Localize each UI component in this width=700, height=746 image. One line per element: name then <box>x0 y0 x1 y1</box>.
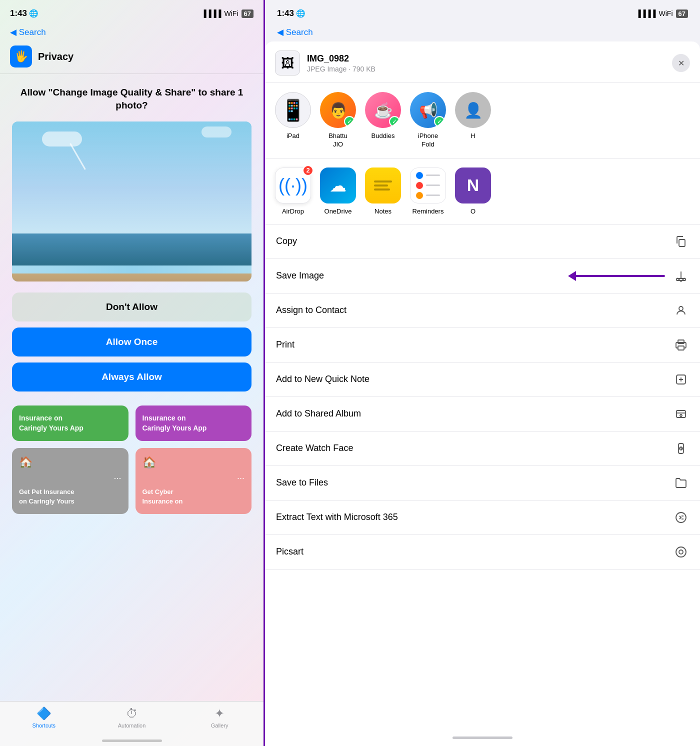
svg-point-7 <box>680 414 682 416</box>
contact-bhattu[interactable]: 👨 ✓ BhattuJIO <box>320 92 356 149</box>
contact-iphonefold[interactable]: 📢 ✓ iPhoneFold <box>410 92 446 149</box>
menu-item-picsart[interactable]: Picsart <box>265 535 700 570</box>
menu-item-copy[interactable]: Copy <box>265 224 700 259</box>
menu-label-shared-album: Add to Shared Album <box>276 408 673 419</box>
menu-item-shared-album[interactable]: Add to Shared Album <box>265 397 700 432</box>
app-purple[interactable]: N O <box>455 168 491 215</box>
ad-cards-row1: Insurance onCaringly Yours App Insurance… <box>0 398 264 441</box>
purple-icon: N <box>467 176 480 195</box>
privacy-header: 🖐 Privacy <box>0 42 264 74</box>
app-notes[interactable]: Notes <box>365 168 401 215</box>
photo-preview <box>12 122 252 282</box>
close-icon: ✕ <box>678 58 684 68</box>
status-bar-right: 1:43 🌐 ▐▐▐▐ WiFi 67 <box>265 0 700 25</box>
app-airdrop[interactable]: ((·)) 2 AirDrop <box>275 168 311 215</box>
menu-item-extract-text[interactable]: Extract Text with Microsoft 365 <box>265 500 700 535</box>
contact-avatar-bhattu: 👨 ✓ <box>320 92 356 128</box>
wifi-icon-left: WiFi <box>224 10 238 18</box>
app-ondrive[interactable]: ☁ OneDrive <box>320 168 356 215</box>
contact-avatar-ipad: 📱 <box>275 92 311 128</box>
menu-list: Copy Save Image <box>265 224 700 729</box>
picsart-icon <box>673 544 689 560</box>
nav-automation[interactable]: ⏱ Automation <box>88 706 176 728</box>
close-button[interactable]: ✕ <box>672 54 690 72</box>
contact-ipad[interactable]: 📱 iPad <box>275 92 311 149</box>
ondrive-icon-wrap: ☁ <box>320 168 356 204</box>
dont-allow-button[interactable]: Don't Allow <box>12 292 252 322</box>
menu-item-quick-note[interactable]: Add to New Quick Note <box>265 362 700 397</box>
contact-name-ipad: iPad <box>286 132 300 140</box>
always-allow-button[interactable]: Always Allow <box>12 362 252 392</box>
reminders-label: Reminders <box>412 208 444 215</box>
contacts-row: 📱 iPad 👨 ✓ BhattuJIO ☕ ✓ Buddies <box>265 83 700 158</box>
share-sheet: 🖼 IMG_0982 JPEG Image · 790 KB ✕ 📱 iPad <box>265 42 700 746</box>
menu-label-copy: Copy <box>276 236 673 246</box>
menu-item-print[interactable]: Print <box>265 328 700 362</box>
whatsapp-badge-buddies: ✓ <box>389 116 400 127</box>
svg-point-12 <box>679 550 683 554</box>
file-info: IMG_0982 JPEG Image · 790 KB <box>307 54 672 73</box>
notes-label: Notes <box>374 208 392 215</box>
contact-name-iphonefold: iPhoneFold <box>418 132 438 149</box>
whatsapp-badge-bhattu: ✓ <box>344 116 355 127</box>
save-image-icon <box>673 268 689 284</box>
contact-avatar-iphonefold: 📢 ✓ <box>410 92 446 128</box>
status-bar-left: 1:43 🌐 ▐▐▐▐ WiFi 67 <box>0 0 264 25</box>
menu-label-quick-note: Add to New Quick Note <box>276 374 673 384</box>
shortcuts-label: Shortcuts <box>32 722 56 728</box>
signal-icon-left: ▐▐▐▐ <box>202 10 222 18</box>
home-indicator-right <box>265 729 700 746</box>
file-meta: JPEG Image · 790 KB <box>307 65 672 73</box>
signal-icon-right: ▐▐▐▐ <box>636 10 656 18</box>
quick-note-icon <box>673 372 689 388</box>
contact-h[interactable]: 👤 H <box>455 92 491 149</box>
app-reminders[interactable]: Reminders <box>410 168 446 215</box>
home-bar <box>452 736 512 739</box>
menu-label-picsart: Picsart <box>276 546 673 557</box>
globe-icon-right: 🌐 <box>296 9 306 18</box>
contact-buddies[interactable]: ☕ ✓ Buddies <box>365 92 401 149</box>
share-header: 🖼 IMG_0982 JPEG Image · 790 KB ✕ <box>265 42 700 83</box>
status-icons-left: ▐▐▐▐ WiFi 67 <box>202 10 254 18</box>
menu-item-save-image[interactable]: Save Image <box>265 259 700 294</box>
menu-item-assign-contact[interactable]: Assign to Contact <box>265 294 700 328</box>
h-avatar-img: 👤 <box>455 92 491 128</box>
menu-item-save-files[interactable]: Save to Files <box>265 466 700 500</box>
contact-name-h: H <box>470 132 475 140</box>
nav-shortcuts[interactable]: 🔷 Shortcuts <box>0 706 88 728</box>
menu-label-extract-text: Extract Text with Microsoft 365 <box>276 512 673 522</box>
shared-album-icon <box>673 406 689 422</box>
reminders-icon <box>412 168 444 203</box>
contact-avatar-buddies: ☕ ✓ <box>365 92 401 128</box>
back-label-right: ◀ Search <box>277 27 313 38</box>
shortcuts-icon: 🔷 <box>36 706 52 720</box>
back-nav-left[interactable]: ◀ Search <box>0 25 264 42</box>
ad-card-salmon[interactable]: 🏠 ··· Get CyberInsurance on <box>136 448 252 514</box>
reminders-icon-wrap <box>410 168 446 204</box>
menu-label-print: Print <box>276 340 673 350</box>
svg-rect-0 <box>679 240 685 246</box>
svg-rect-4 <box>678 340 684 344</box>
contact-avatar-h: 👤 <box>455 92 491 128</box>
menu-item-watch-face[interactable]: Create Watch Face <box>265 432 700 466</box>
right-panel: 1:43 🌐 ▐▐▐▐ WiFi 67 ◀ Search 🖼 IMG_0982 … <box>265 0 700 746</box>
bottom-nav: 🔷 Shortcuts ⏱ Automation ✦ Gallery <box>0 701 264 746</box>
purple-icon-wrap: N <box>455 168 491 204</box>
menu-label-watch-face: Create Watch Face <box>276 443 673 454</box>
assign-contact-icon <box>673 302 689 318</box>
copy-icon <box>673 234 689 250</box>
ondrive-label: OneDrive <box>324 208 352 215</box>
menu-label-save-files: Save to Files <box>276 478 673 488</box>
time-left: 1:43 <box>10 8 27 18</box>
left-panel: 1:43 🌐 ▐▐▐▐ WiFi 67 ◀ Search 🖐 Privacy A… <box>0 0 265 746</box>
ad-card-gray[interactable]: 🏠 ··· Get Pet Insuranceon Caringly Yours <box>12 448 128 514</box>
ad-card-purple[interactable]: Insurance onCaringly Yours App <box>136 406 252 441</box>
privacy-icon: 🖐 <box>10 46 32 68</box>
permission-text: Allow "Change Image Quality & Share" to … <box>0 74 264 122</box>
ad-card-green[interactable]: Insurance onCaringly Yours App <box>12 406 128 441</box>
allow-once-button[interactable]: Allow Once <box>12 328 252 356</box>
back-nav-right[interactable]: ◀ Search <box>265 25 700 42</box>
airdrop-badge: 2 <box>302 165 314 176</box>
svg-point-11 <box>676 547 686 557</box>
nav-gallery[interactable]: ✦ Gallery <box>176 706 264 728</box>
